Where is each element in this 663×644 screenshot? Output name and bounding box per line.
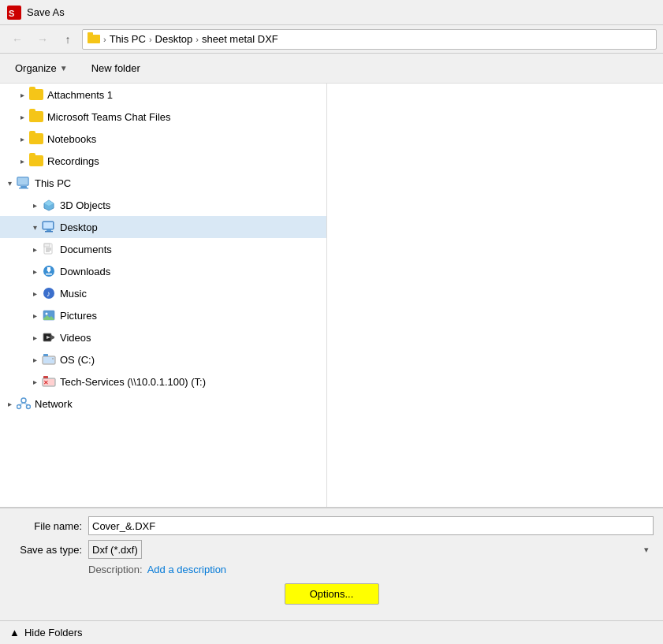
expander-techservices[interactable] [28,375,41,388]
expander-documents[interactable] [28,243,41,255]
svg-rect-2 [88,35,100,43]
add-description-link[interactable]: Add a description [147,564,226,575]
label-notebooks: Notebooks [47,133,96,145]
hide-folders-label: Hide Folders [24,627,83,638]
expander-attachments1[interactable] [16,88,28,101]
tree-item-network[interactable]: Network [0,393,326,415]
forward-button[interactable]: → [32,28,54,50]
tree-item-notebooks[interactable]: Notebooks [0,128,326,150]
icon-3dobjects [41,197,57,213]
label-recordings: Recordings [47,155,99,167]
svg-point-36 [52,358,54,359]
svg-rect-40 [43,376,48,378]
expander-recordings[interactable] [16,154,28,167]
icon-osc [41,352,57,367]
thispc-icon [16,175,32,191]
breadcrumb-folder-icon [88,32,100,46]
tree-item-desktop[interactable]: Desktop [0,216,326,238]
saveastype-select[interactable]: Dxf (*.dxf) [88,540,142,559]
content-panel [327,84,663,507]
icon-music: ♪ [41,285,57,301]
expander-3dobjects[interactable] [28,199,41,211]
back-button[interactable]: ← [6,28,28,50]
svg-text:✕: ✕ [43,379,49,386]
tree-item-recordings[interactable]: Recordings [0,150,326,172]
expander-network[interactable] [3,397,16,410]
icon-desktop [41,219,57,235]
saveastype-label: Save as type: [9,544,88,556]
breadcrumb-thispc[interactable]: This PC [110,33,146,45]
expander-teams[interactable] [16,110,28,123]
expander-thispc[interactable] [3,177,16,189]
buttons-row: Options... [9,583,654,605]
breadcrumb-desktop[interactable]: Desktop [155,33,193,45]
expander-pictures[interactable] [28,309,41,322]
tree-item-pictures[interactable]: Pictures [0,304,326,326]
expander-downloads[interactable] [28,265,41,277]
tree-item-3dobjects[interactable]: 3D Objects [0,194,326,216]
label-techservices: Tech-Services (\\10.0.1.100) (T:) [60,376,206,388]
folder-icon-notebooks [28,131,44,147]
tree-item-music[interactable]: ♪ Music [0,282,326,304]
organize-button[interactable]: Organize ▼ [6,58,76,79]
footer: ▲ Hide Folders [0,620,663,644]
icon-pictures [41,307,57,323]
breadcrumb[interactable]: › This PC › Desktop › sheet metal DXF [82,29,657,50]
label-videos: Videos [60,332,91,344]
saveastype-wrapper: Dxf (*.dxf) [88,540,654,559]
tree-item-videos[interactable]: Videos [0,326,326,348]
label-thispc: This PC [35,177,71,189]
filename-label: File name: [9,520,88,532]
label-network: Network [35,398,73,410]
svg-rect-15 [44,244,50,247]
svg-rect-12 [47,229,51,231]
icon-techservices: ✕ [41,374,57,389]
tree-item-documents[interactable]: Documents [0,238,326,260]
hide-folders-arrow-icon: ▲ [9,627,20,638]
options-button[interactable]: Options... [285,583,379,605]
organize-label: Organize [15,62,57,74]
svg-text:♪: ♪ [47,289,50,298]
expander-videos[interactable] [28,331,41,344]
label-attachments1: Attachments 1 [47,89,113,101]
title-bar: S Save As [0,0,663,25]
svg-rect-22 [46,274,52,275]
tree-item-attachments1[interactable]: Attachments 1 [0,84,326,106]
tree-item-downloads[interactable]: Downloads [0,260,326,282]
tree-item-techservices[interactable]: ✕ Tech-Services (\\10.0.1.100) (T:) [0,370,326,393]
filename-input[interactable] [88,516,654,535]
tree-item-teams[interactable]: Microsoft Teams Chat Files [0,106,326,128]
svg-point-41 [21,398,26,403]
hide-folders-button[interactable]: ▲ Hide Folders [9,627,83,638]
folder-icon-attachments1 [28,87,44,102]
tree-item-thispc[interactable]: This PC [0,172,326,194]
breadcrumb-folder[interactable]: sheet metal DXF [202,33,278,45]
svg-rect-3 [88,32,93,35]
description-label: Description: [88,564,143,575]
svg-text:S: S [9,9,14,18]
svg-marker-29 [51,335,54,340]
expander-notebooks[interactable] [16,132,28,145]
description-row: Description: Add a description [9,564,654,575]
expander-desktop[interactable] [28,221,41,233]
label-documents: Documents [60,244,112,255]
expander-music[interactable] [28,287,41,300]
tree-panel[interactable]: Attachments 1 Microsoft Teams Chat Files… [0,84,327,507]
label-downloads: Downloads [60,266,110,277]
icon-videos [41,329,57,345]
svg-rect-5 [20,186,27,188]
tree-item-osc[interactable]: OS (C:) [0,348,326,370]
label-osc: OS (C:) [60,354,95,366]
new-folder-button[interactable]: New folder [83,58,149,79]
label-desktop: Desktop [60,221,98,233]
nav-bar: ← → ↑ › This PC › Desktop › sheet metal … [0,25,663,54]
svg-point-43 [27,405,31,409]
organize-dropdown-arrow: ▼ [60,64,68,73]
expander-osc[interactable] [28,353,41,366]
up-button[interactable]: ↑ [57,28,79,50]
svg-rect-6 [19,188,28,189]
bottom-section: File name: Save as type: Dxf (*.dxf) Des… [0,508,663,620]
svg-point-26 [46,313,48,315]
svg-point-42 [17,405,21,409]
svg-rect-13 [45,231,53,233]
